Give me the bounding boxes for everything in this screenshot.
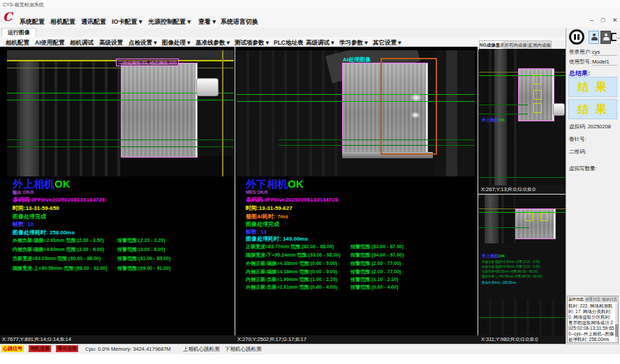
defect-marker-box <box>525 213 533 221</box>
machine-lower <box>121 156 234 176</box>
separator-block-roi <box>121 63 198 158</box>
camera-link-status-badge: 相机连接 <box>29 345 51 352</box>
left-frames-line: 帧数: 13 <box>13 220 34 228</box>
maximize-icon[interactable]: □ <box>601 17 605 24</box>
menu-light-config[interactable]: 光源控制配置 ▾ <box>148 17 191 26</box>
middle-ai-time-line: 整图AI耗时: 7ms <box>246 213 288 220</box>
ai-image-label: AI处理图像 <box>343 56 371 63</box>
measure-line-green <box>7 146 234 147</box>
machine-right-strip <box>446 50 457 176</box>
measure-text: 内侧负极-隔膜=4.60mm 范围:(3.00 - 6.00) <box>13 247 104 252</box>
app-window: CYS-视觉检测系统 C 系统配置 相机配置 通讯配置 IO卡配置 ▾ 光源控制… <box>0 0 620 364</box>
log-scrollbar[interactable] <box>615 303 618 342</box>
minimize-icon[interactable]: – <box>590 17 593 24</box>
middle-time-line: 时间:13-31-59-627 <box>246 204 293 212</box>
defect-marker-box <box>533 103 542 113</box>
block-right-edge <box>195 63 197 157</box>
tab-strip <box>0 28 620 38</box>
exit-icon[interactable]: → <box>610 31 620 44</box>
overlay-camera-name: 外上相机 <box>482 254 499 258</box>
panel-divider <box>478 47 478 344</box>
menu-camera-config[interactable]: 相机配置 <box>50 17 75 26</box>
measurement-row: 外侧正极-负极=2.61mm 范围:(0.60 - 4.00) 报警范围:(0.… <box>246 284 476 291</box>
measure-text: 外侧正极-负极=2.61mm 范围:(0.60 - 4.00) <box>246 285 337 289</box>
qr-code-label: 二维码: <box>569 149 586 156</box>
menu-system-config[interactable]: 系统配置 <box>20 17 45 26</box>
middle-barcode-line: 条码码:0FFIiive20250208133134728 <box>246 196 338 204</box>
overlay-result: OK <box>499 118 505 122</box>
measurement-row: 隔膜宽度-下=95.24mm 范围:(93.00 - 98.00) 报警范围:(… <box>246 252 476 259</box>
virtual-code-label: 虚拟码: 20250208 <box>569 123 611 130</box>
pause-icon[interactable] <box>569 29 584 45</box>
menu-io-config[interactable]: IO卡配置 ▾ <box>112 17 142 26</box>
log-panel: 运行日志 设置日志 错误日志 耗时: 222, 网络检测耗时: 17, 网络分类… <box>567 296 619 343</box>
alarm-range: 报警范围:(2.00 - 77.00) <box>350 268 401 275</box>
overlay-camera-title: 外上相机OK <box>482 117 505 123</box>
measurement-row: 内侧正极-隔膜=4.38mm 范围:(0.00 - 9.00) 报警范围:(2.… <box>246 268 476 275</box>
left-camera-image[interactable]: 二值化阈值:93, 动态阈值:100 <box>7 50 234 176</box>
alarm-range: 报警范围:(83.00 - 87.00) <box>350 243 404 250</box>
edge-line-olive <box>222 50 223 176</box>
overlay-camera-title: 外上相机OK <box>482 253 505 259</box>
measurement-row: 正极宽度=83.77mm 范围:(82.00 - 88.00) 报警范围:(83… <box>246 243 476 250</box>
measure-line-green <box>479 227 529 228</box>
measure-line-green <box>479 114 528 114</box>
glint-highlight <box>411 93 422 102</box>
machine-column <box>485 195 499 243</box>
ai-detection-roi <box>381 58 437 155</box>
measure-line-green <box>479 317 566 318</box>
measure-line-green <box>237 101 475 102</box>
left-time-line: 时间:13-31-59-650 <box>13 204 59 212</box>
measurement-row: 内侧负极-隔膜=4.60mm 范围:(3.00 - 6.00) 报警范围:(3.… <box>13 246 243 253</box>
lower-camera-heartbeat: 下相机心跳检测 <box>225 346 262 353</box>
log-scrollbar-thumb[interactable] <box>615 324 618 337</box>
menu-language-switch[interactable]: 系统语言切换 <box>221 17 258 26</box>
result-badge-upper: 结 果 <box>568 77 617 97</box>
middle-camera-name: 外下相机 <box>246 178 288 190</box>
user-dark-icon[interactable] <box>600 31 611 44</box>
comm-link-status-badge: 通讯连接 <box>56 345 78 352</box>
measurement-row: 内侧正极-负极=1.90mm 范围:(1.00 - 2.20) 报警范围:(1.… <box>246 276 476 283</box>
measure-line-green <box>479 75 566 76</box>
separator-block-roi <box>515 208 556 239</box>
tab-run-image[interactable]: 运行图像 <box>1 28 36 37</box>
block-right-edge <box>554 209 555 238</box>
history-pixel-coords: X:311;Y:980;R:0;G:0;B:0 <box>479 335 568 344</box>
defect-marker-box <box>540 213 548 221</box>
log-tab-errors[interactable]: 错误日志 <box>601 296 619 303</box>
log-tab-run[interactable]: 运行日志 <box>568 296 585 303</box>
arrow-glyph: → <box>614 34 620 40</box>
user-icon[interactable] <box>589 31 599 44</box>
cpu-memory-readout: Cpu: 0.0% Memory: 3424.4179687M <box>85 346 171 352</box>
measure-text: 隔膜宽度-下=95.24mm 范围:(93.00 - 98.00) <box>246 252 341 257</box>
measure-line-green <box>479 212 566 213</box>
tab-connector <box>553 103 565 116</box>
measure-text: 外侧负极-隔膜=2.91mm 范围:(2.00 - 3.50) <box>13 238 104 243</box>
ng-preview-image[interactable]: 外上相机OK <box>479 49 566 185</box>
log-text: 耗时: 222, 网络检测耗时: 17, 网络分类耗时: 0, 网络提取分区耗时… <box>568 303 614 342</box>
alarm-range: 报警范围:(94.00 - 97.00) <box>350 252 404 259</box>
window-title: CYS-视觉检测系统 <box>3 1 44 8</box>
measurement-row: 隔膜宽度-上=90.56mm 范围:(88.00 - 92.00) 报警范围:(… <box>13 265 243 272</box>
menu-comm-config[interactable]: 通讯配置 <box>81 17 106 26</box>
overlay-measure-line: 负极宽度=83.05mm 范围:(80.00 - 86.00) <box>482 270 538 274</box>
heartbeat-status-badge: 心跳信号 <box>1 345 24 352</box>
left-elapsed-line: 图像处理耗时: 258.00ms <box>13 229 75 236</box>
overlay-camera-name: 外上相机 <box>482 118 499 122</box>
measure-line-green <box>237 94 475 95</box>
middle-camera-image[interactable]: AI处理图像 <box>237 50 475 176</box>
close-icon[interactable]: ✕ <box>612 17 618 24</box>
measurement-row: 外侧负极-隔膜=2.91mm 范围:(2.00 - 3.50) 报警范围:(2.… <box>13 237 243 244</box>
person-glyph <box>591 33 598 41</box>
history-preview-image[interactable]: 外上相机OK 外侧负极-隔膜=2.91mm 范围:(2.00 - 3.50) 内… <box>479 195 566 335</box>
person-glyph <box>603 33 610 41</box>
log-tab-settings[interactable]: 设置日志 <box>584 296 602 303</box>
menu-view[interactable]: 查看 ▾ <box>198 17 216 26</box>
threshold-label: 二值化阈值:93, 动态阈值:100 <box>116 59 179 66</box>
measure-line-green <box>7 100 234 100</box>
defect-marker-box <box>533 90 542 100</box>
alarm-range: 报警范围:(81.00 - 85.00) <box>117 255 170 262</box>
write-count-label: 虚拟写数量: <box>569 165 597 172</box>
login-user-value: cys <box>592 49 617 56</box>
alarm-range: 报警范围:(3.00 - 8.00) <box>117 246 165 253</box>
